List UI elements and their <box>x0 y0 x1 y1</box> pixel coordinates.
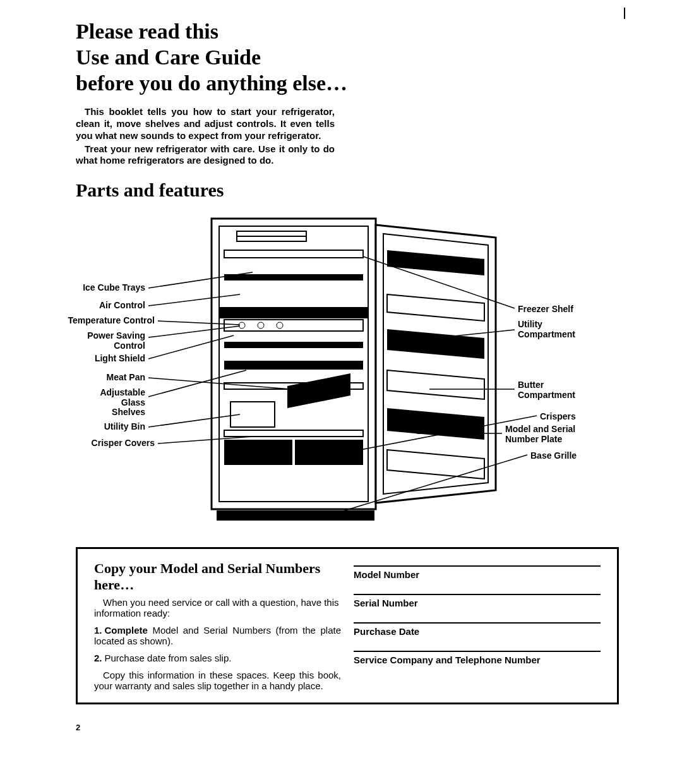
svg-rect-2 <box>219 307 368 318</box>
manual-page: Please read thisUse and Care Guidebefore… <box>0 0 682 717</box>
svg-rect-11 <box>224 342 363 348</box>
parts-diagram: Ice Cube Trays Air Control Temperature C… <box>76 212 625 528</box>
label-meat-pan: Meat Pan <box>107 373 145 382</box>
field-model-number: Model Number <box>354 565 601 580</box>
svg-rect-19 <box>217 510 374 521</box>
record-steps: 1.Complete Model and Serial Numbers (fro… <box>94 625 341 663</box>
label-light-shield: Light Shield <box>95 354 145 363</box>
svg-point-10 <box>277 322 283 329</box>
label-butter-compartment: ButterCompartment <box>518 380 575 400</box>
field-purchase-date: Purchase Date <box>354 622 601 637</box>
model-serial-record-box: Copy your Model and Serial Numbers here…… <box>76 547 619 704</box>
intro-block: This booklet tells you how to start your… <box>76 106 335 167</box>
label-temperature-control: Temperature Control <box>68 316 155 325</box>
label-crisper-covers: Crisper Covers <box>92 438 155 448</box>
svg-rect-5 <box>224 250 363 258</box>
page-title: Please read thisUse and Care Guidebefore… <box>76 19 619 96</box>
record-tail: Copy this information in these spaces. K… <box>94 670 341 691</box>
record-lead: When you need service or call with a que… <box>94 597 341 618</box>
intro-paragraph-1: This booklet tells you how to start your… <box>76 106 335 142</box>
label-crispers: Crispers <box>540 412 576 421</box>
label-power-saving-control: Power SavingControl <box>87 331 145 351</box>
intro-paragraph-2: Treat your new refrigerator with care. U… <box>76 143 335 167</box>
record-step-1: 1.Complete Model and Serial Numbers (fro… <box>94 625 341 646</box>
label-utility-bin: Utility Bin <box>104 422 145 431</box>
parts-heading: Parts and features <box>76 179 619 201</box>
label-freezer-shelf: Freezer Shelf <box>518 305 573 314</box>
record-instructions: Copy your Model and Serial Numbers here…… <box>94 560 341 691</box>
svg-rect-16 <box>224 430 363 437</box>
label-air-control: Air Control <box>99 301 145 310</box>
page-number: 2 <box>76 723 80 732</box>
label-model-serial-plate: Model and SerialNumber Plate <box>505 425 575 444</box>
field-serial-number: Serial Number <box>354 594 601 608</box>
svg-point-9 <box>258 322 264 329</box>
field-service-company: Service Company and Telephone Number <box>354 651 601 665</box>
refrigerator-illustration <box>186 212 515 528</box>
label-ice-cube-trays: Ice Cube Trays <box>83 283 145 292</box>
label-utility-compartment: UtilityCompartment <box>518 320 575 339</box>
svg-rect-15 <box>230 402 275 427</box>
svg-point-8 <box>239 322 245 329</box>
svg-rect-12 <box>224 361 363 370</box>
svg-rect-18 <box>295 440 363 465</box>
label-base-grille: Base Grille <box>530 451 577 461</box>
svg-rect-6 <box>224 274 363 280</box>
record-step-2: 2.Purchase date from sales slip. <box>94 653 341 663</box>
record-fields: Model Number Serial Number Purchase Date… <box>354 565 601 691</box>
label-adjustable-glass-shelves: AdjustableGlassShelves <box>100 388 145 417</box>
svg-rect-17 <box>224 440 292 465</box>
scan-mark <box>624 8 625 19</box>
record-heading: Copy your Model and Serial Numbers here… <box>94 560 341 593</box>
